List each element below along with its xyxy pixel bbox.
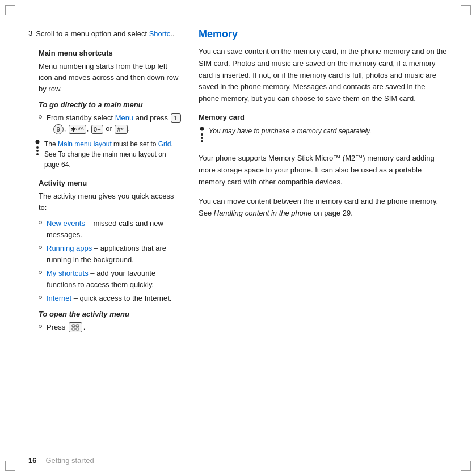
footer-divider [28, 452, 448, 452]
running-apps-link: Running apps [47, 244, 92, 252]
corner-mark-br [461, 461, 471, 471]
bullet-my-shortcuts-text: My shortcuts – add your favourite functi… [47, 268, 182, 290]
memory-card-text1: Your phone supports Memory Stick Micro™ … [199, 153, 448, 188]
page: 3 Scroll to a menu option and select Sho… [0, 0, 476, 476]
bullet-dot-1 [39, 221, 42, 224]
my-shortcuts-link: My shortcuts [47, 269, 89, 277]
page-number: 16 [28, 456, 36, 465]
svg-point-2 [36, 150, 39, 152]
step-3-text: Scroll to a menu option and select Short… [36, 28, 174, 40]
corner-mark-tr [461, 5, 471, 15]
bullet-my-shortcuts: My shortcuts – add your favourite functi… [39, 268, 182, 290]
memory-title: Memory [199, 28, 448, 40]
note-main-menu: The Main menu layout must be set to Grid… [34, 139, 182, 170]
bullet-dot [39, 115, 42, 119]
menu-link: Menu [115, 113, 134, 122]
corner-mark-tl [5, 5, 15, 15]
bullet-dot-press [39, 325, 42, 328]
key-9: 9 [53, 124, 64, 134]
page-footer: 16 Getting started [28, 456, 94, 465]
shortc-link: Shortc [149, 30, 171, 38]
memory-text: You can save content on the memory card,… [199, 46, 448, 105]
press-text: Press . [47, 322, 85, 333]
svg-point-8 [200, 127, 204, 130]
main-menu-layout-link: Main menu layout [58, 140, 112, 148]
step-number-3: 3 [28, 29, 32, 37]
press-list: Press . [39, 322, 182, 333]
content-area: 3 Scroll to a menu option and select Sho… [28, 28, 448, 448]
svg-point-11 [201, 140, 203, 142]
from-standby-text: From standby select Menu and press 1 – 9… [47, 112, 182, 134]
activity-menu-heading: Activity menu [39, 179, 182, 187]
activity-bullets: New events – missed calls and new messag… [39, 218, 182, 304]
bullet-internet-text: Internet – quick access to the Internet. [47, 293, 171, 304]
right-column: Memory You can save content on the memor… [199, 28, 448, 448]
bullet-new-events-text: New events – missed calls and new messag… [47, 218, 182, 240]
exclamation-icon [34, 140, 41, 157]
corner-mark-bl [5, 461, 15, 471]
bullet-dot-4 [39, 296, 42, 299]
bullet-dot-2 [39, 246, 42, 249]
bullet-new-events: New events – missed calls and new messag… [39, 218, 182, 240]
from-standby-list: From standby select Menu and press 1 – 9… [39, 112, 182, 134]
svg-point-9 [201, 133, 203, 136]
memory-card-text2: You can move content between the memory … [199, 196, 448, 220]
svg-point-1 [36, 146, 39, 149]
svg-rect-5 [76, 325, 79, 327]
key-star: ✱a/A [69, 125, 86, 134]
new-events-link: New events [47, 219, 85, 228]
exclamation-icon-2 [199, 127, 205, 146]
note-memory-text: You may have to purchase a memory card s… [209, 126, 372, 136]
bullet-running-apps: Running apps – applications that are run… [39, 243, 182, 265]
svg-point-0 [36, 140, 40, 144]
footer-text: Getting started [45, 456, 94, 465]
main-menu-heading: Main menu shortcuts [39, 49, 182, 57]
go-directly-heading: To go directly to a main menu [39, 100, 182, 109]
to-open-heading: To open the activity menu [39, 310, 182, 318]
key-0: 0+ [91, 125, 103, 134]
svg-rect-6 [72, 328, 75, 330]
from-standby-item: From standby select Menu and press 1 – 9… [39, 112, 182, 134]
press-item: Press . [39, 322, 182, 333]
bullet-running-apps-text: Running apps – applications that are run… [47, 243, 182, 265]
internet-link: Internet [47, 294, 71, 302]
activity-key-icon [69, 322, 82, 332]
step-3: 3 Scroll to a menu option and select Sho… [28, 28, 182, 40]
left-column: 3 Scroll to a menu option and select Sho… [28, 28, 182, 448]
memory-card-heading: Memory card [199, 113, 448, 121]
bullet-dot-3 [39, 271, 42, 274]
activity-menu-text: The activity menu gives you quick access… [39, 191, 182, 213]
grid-link: Grid [158, 140, 171, 148]
svg-rect-4 [72, 325, 75, 327]
key-hash: #↵ [115, 125, 127, 134]
bullet-internet: Internet – quick access to the Internet. [39, 293, 182, 304]
note-memory-card: You may have to purchase a memory card s… [199, 126, 448, 146]
svg-point-10 [201, 137, 203, 139]
key-1: 1 [171, 113, 181, 123]
svg-point-3 [36, 153, 39, 155]
note-main-menu-text: The Main menu layout must be set to Grid… [44, 139, 182, 170]
svg-rect-7 [76, 328, 79, 330]
main-menu-text: Menu numbering starts from the top left … [39, 61, 182, 95]
